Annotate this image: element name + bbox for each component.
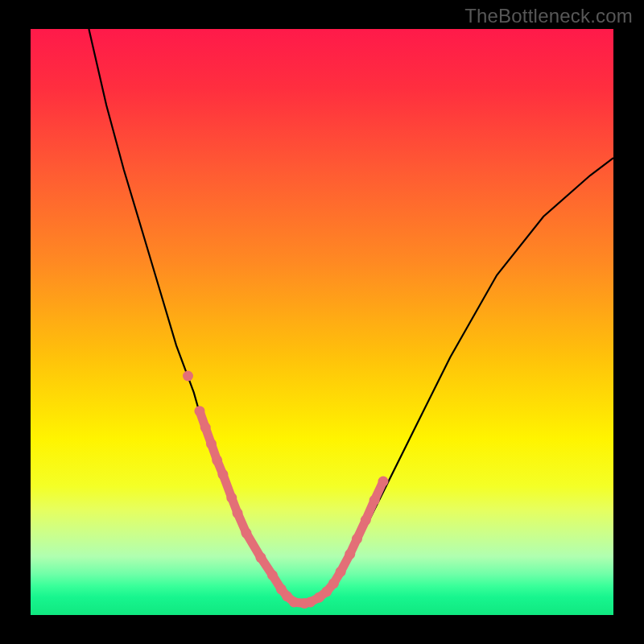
curve-path	[89, 29, 613, 603]
marker-dot	[183, 370, 193, 381]
marker-dot	[378, 477, 389, 487]
bottleneck-curve-svg	[31, 29, 613, 615]
plot-area	[31, 29, 613, 615]
attribution-text: TheBottleneck.com	[464, 5, 633, 27]
chart-frame: TheBottleneck.com	[0, 0, 644, 644]
marker-group	[183, 370, 389, 608]
